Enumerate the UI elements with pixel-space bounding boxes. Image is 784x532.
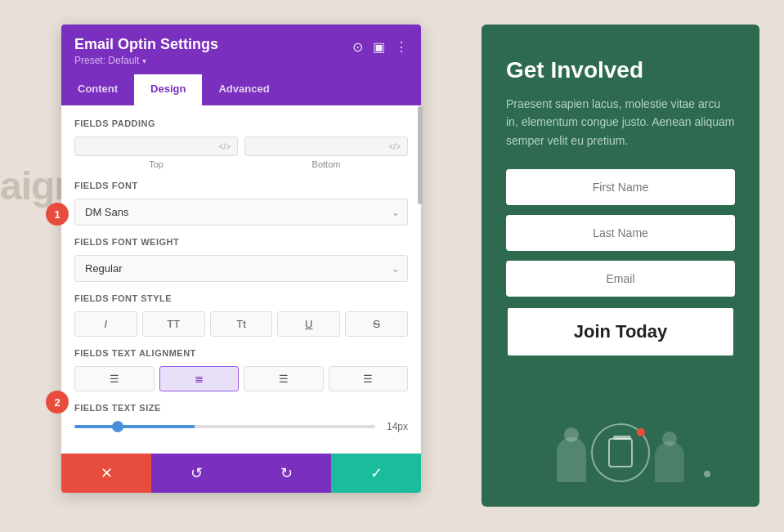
focus-icon[interactable]: ⊙ bbox=[352, 39, 363, 55]
last-name-field[interactable] bbox=[506, 215, 735, 251]
strikethrough-button[interactable]: S bbox=[345, 311, 408, 337]
footer-illustration bbox=[506, 417, 735, 482]
font-select[interactable]: DM Sans bbox=[74, 199, 408, 226]
underline-button[interactable]: U bbox=[277, 311, 340, 337]
center-circle bbox=[591, 423, 650, 482]
tab-advanced[interactable]: Advanced bbox=[202, 74, 285, 105]
preview-panel: Get Involved Praesent sapien lacus, mole… bbox=[482, 25, 759, 507]
step-1-indicator: 1 bbox=[46, 203, 69, 226]
figure-left-head bbox=[564, 427, 579, 442]
red-dot bbox=[637, 428, 645, 436]
undo-button[interactable]: ↺ bbox=[151, 454, 241, 493]
cancel-button[interactable]: ✕ bbox=[61, 454, 151, 493]
uppercase-button[interactable]: TT bbox=[142, 311, 205, 337]
padding-top-unit[interactable]: </> bbox=[219, 142, 231, 151]
font-style-buttons: I TT Tt U S bbox=[74, 311, 408, 337]
panel-body: Fields Padding </> </> Top Bottom Fields… bbox=[61, 105, 421, 454]
panel-footer: ✕ ↺ ↻ ✓ bbox=[61, 454, 421, 493]
text-size-value: 14px bbox=[383, 421, 408, 432]
step-2-indicator: 2 bbox=[46, 391, 69, 414]
padding-bottom-unit[interactable]: </> bbox=[389, 142, 401, 151]
small-dot bbox=[704, 471, 710, 477]
panel-preset[interactable]: Preset: Default bbox=[74, 55, 218, 66]
scrollbar[interactable] bbox=[418, 106, 423, 204]
align-left-button[interactable]: ☰ bbox=[74, 366, 155, 391]
text-size-row: 14px bbox=[74, 421, 408, 432]
text-size-slider[interactable] bbox=[74, 425, 375, 428]
panel-header: Email Optin Settings Preset: Default ⊙ ▣… bbox=[61, 25, 421, 74]
label-bottom: Bottom bbox=[244, 159, 408, 169]
panel-title-group: Email Optin Settings Preset: Default bbox=[74, 36, 218, 66]
tab-design[interactable]: Design bbox=[134, 74, 202, 105]
first-name-field[interactable] bbox=[506, 169, 735, 205]
tab-content[interactable]: Content bbox=[61, 74, 134, 105]
settings-panel: Email Optin Settings Preset: Default ⊙ ▣… bbox=[61, 25, 421, 493]
layout-icon[interactable]: ▣ bbox=[373, 39, 385, 55]
figure-right-head bbox=[662, 431, 677, 446]
padding-bottom-wrap: </> bbox=[244, 136, 408, 156]
panel-tabs: Content Design Advanced bbox=[61, 74, 421, 105]
preview-description: Praesent sapien lacus, molestie vitae ar… bbox=[506, 95, 735, 150]
preview-title: Get Involved bbox=[506, 57, 735, 83]
text-size-label: Fields Text Size bbox=[74, 403, 408, 413]
padding-bottom-input[interactable] bbox=[252, 141, 384, 152]
align-center-button[interactable]: ≣ bbox=[159, 366, 240, 391]
join-today-button[interactable]: Join Today bbox=[506, 306, 735, 357]
figure-right bbox=[655, 441, 684, 482]
padding-labels: Top Bottom bbox=[74, 159, 408, 169]
align-justify-button[interactable]: ☰ bbox=[329, 366, 409, 391]
redo-button[interactable]: ↻ bbox=[241, 454, 331, 493]
figure-left bbox=[557, 437, 586, 482]
font-weight-select-wrap: Regular ⌄ bbox=[74, 255, 408, 282]
padding-section-label: Fields Padding bbox=[74, 118, 408, 128]
email-field[interactable] bbox=[506, 261, 735, 297]
save-button[interactable]: ✓ bbox=[331, 454, 421, 493]
more-icon[interactable]: ⋮ bbox=[395, 39, 408, 55]
padding-inputs: </> </> bbox=[74, 136, 408, 156]
align-right-button[interactable]: ☰ bbox=[244, 366, 324, 391]
capitalize-button[interactable]: Tt bbox=[210, 311, 273, 337]
text-align-label: Fields Text Alignment bbox=[74, 348, 408, 358]
label-top: Top bbox=[74, 159, 238, 169]
padding-top-input[interactable] bbox=[82, 141, 214, 152]
text-align-buttons: ☰ ≣ ☰ ☰ bbox=[74, 366, 408, 391]
panel-title: Email Optin Settings bbox=[74, 36, 218, 53]
font-style-label: Fields Font Style bbox=[74, 293, 408, 303]
font-section-label: Fields Font bbox=[74, 181, 408, 190]
panel-header-icons: ⊙ ▣ ⋮ bbox=[352, 36, 408, 55]
italic-button[interactable]: I bbox=[74, 311, 137, 337]
padding-top-wrap: </> bbox=[74, 136, 238, 156]
font-select-wrap: DM Sans ⌄ bbox=[74, 199, 408, 226]
font-weight-label: Fields Font Weight bbox=[74, 237, 408, 247]
jar-icon bbox=[608, 438, 633, 467]
font-weight-select[interactable]: Regular bbox=[74, 255, 408, 282]
